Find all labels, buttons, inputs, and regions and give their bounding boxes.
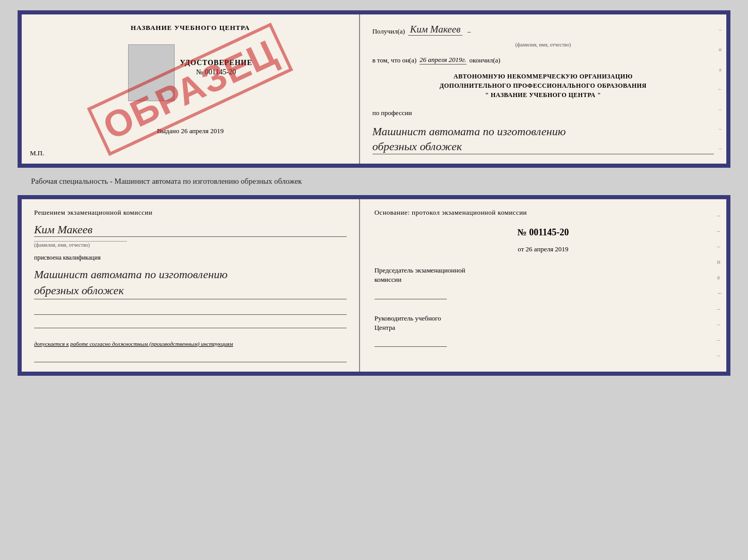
profession-handwritten: Машинист автомата по изготовлению обрезн… xyxy=(372,124,714,154)
vydano-label: Выдано 26 апреля 2019 xyxy=(157,127,224,135)
poluchil-row: Получил(а) Ким Макеев – xyxy=(372,24,714,36)
photo-placeholder xyxy=(128,44,175,101)
rukovoditel-block: Руководитель учебного Центра xyxy=(375,314,712,347)
bottom-name-handwritten: Ким Макеев xyxy=(34,223,347,237)
poluchil-name: Ким Макеев xyxy=(408,24,463,36)
rukovoditel-sign-line xyxy=(375,337,447,347)
poluchil-label: Получил(а) xyxy=(372,27,405,36)
dopuskaetsya: допускается к работе согласно должностны… xyxy=(34,341,347,347)
rukovoditel-title: Руководитель учебного Центра xyxy=(375,314,712,332)
predsedatel-title: Председатель экзаменационной комиссии xyxy=(375,266,712,284)
predsedatel-block: Председатель экзаменационной комиссии xyxy=(375,266,712,299)
top-document: НАЗВАНИЕ УЧЕБНОГО ЦЕНТРА УДОСТОВЕРЕНИЕ №… xyxy=(18,10,730,168)
protocol-number: № 001145-20 xyxy=(375,227,712,238)
signature-lines xyxy=(34,308,347,328)
predsedatel-sign-line xyxy=(375,289,447,299)
qualification-handwritten: Машинист автомата по изготовлению обрезн… xyxy=(34,267,347,299)
okonchil-label: окончил(а) xyxy=(470,56,501,65)
resheniem-title: Решением экзаменационной комиссии xyxy=(34,209,347,217)
bottom-fio-subtitle: (фамилия, имя, отчество) xyxy=(34,241,127,248)
bottom-doc-left: Решением экзаменационной комиссии Ким Ма… xyxy=(22,199,360,372)
top-doc-right: Получил(а) Ким Макеев – (фамилия, имя, о… xyxy=(360,14,726,164)
top-sidebar-marks: – и а ← – – – xyxy=(716,14,724,164)
vtom-label: в том, что он(а) xyxy=(372,56,417,65)
vtom-date: 26 апреля 2019г. xyxy=(419,56,466,65)
udostoverenie-number: № 001145-20 xyxy=(196,68,236,76)
top-doc-left: НАЗВАНИЕ УЧЕБНОГО ЦЕНТРА УДОСТОВЕРЕНИЕ №… xyxy=(22,14,360,164)
bottom-document: Решением экзаменационной комиссии Ким Ма… xyxy=(18,195,730,376)
caption-text: Рабочая специальность - Машинист автомат… xyxy=(10,177,302,186)
prisvoena-kval: присвоена квалификация xyxy=(34,254,347,262)
org-block: АВТОНОМНУЮ НЕКОММЕРЧЕСКУЮ ОРГАНИЗАЦИЮ ДО… xyxy=(372,72,714,100)
bottom-doc-right: Основание: протокол экзаменационной коми… xyxy=(360,199,726,372)
mp-label: М.П. xyxy=(30,149,44,157)
po-professii: по профессии xyxy=(372,109,714,117)
udostoverenie-label: УДОСТОВЕРЕНИЕ xyxy=(180,59,252,67)
vtom-row: в том, что он(а) 26 апреля 2019г. окончи… xyxy=(372,56,714,65)
ot-date: от 26 апреля 2019 xyxy=(375,245,712,253)
bottom-sidebar-dashes: – – – и а ← – – – – xyxy=(717,199,723,372)
school-name-top: НАЗВАНИЕ УЧЕБНОГО ЦЕНТРА xyxy=(131,24,250,32)
osnovanie-title: Основание: протокол экзаменационной коми… xyxy=(375,209,712,217)
dash: – xyxy=(465,27,471,36)
fio-subtitle-top: (фамилия, имя, отчество) xyxy=(372,42,714,47)
